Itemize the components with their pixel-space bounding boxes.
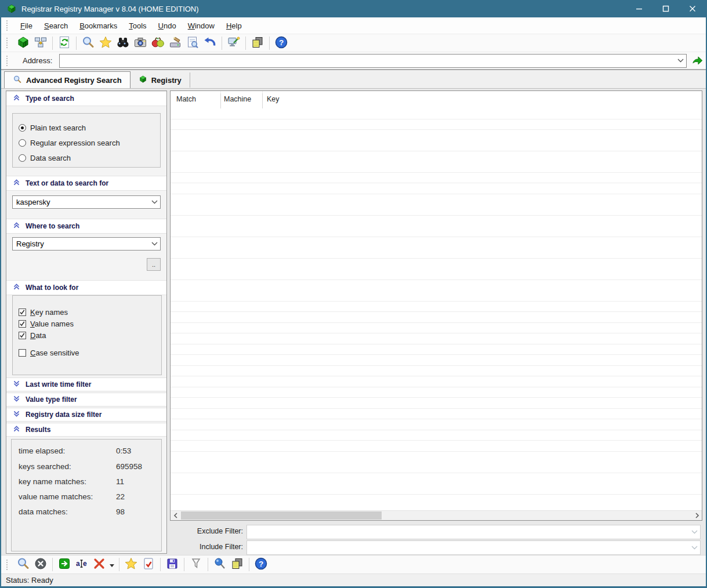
menu-file[interactable]: File	[14, 19, 38, 32]
collapse-chevron-icon[interactable]	[13, 179, 20, 188]
cleanup-button[interactable]	[166, 35, 184, 51]
include-filter-row: Include Filter:	[170, 540, 702, 555]
address-go-button[interactable]	[690, 53, 706, 68]
radio-button-icon[interactable]	[19, 154, 26, 162]
include-filter-combobox[interactable]	[246, 540, 701, 555]
menu-help[interactable]: Help	[220, 19, 248, 32]
registry-cube-button[interactable]	[14, 35, 32, 51]
tab-advanced-registry-search[interactable]: Advanced Registry Search	[4, 71, 130, 88]
section-header-last-write-time-filter[interactable]: Last write time filter	[6, 378, 166, 391]
search-toolbar-gripper[interactable]	[6, 558, 9, 571]
search-text-input[interactable]	[13, 196, 160, 208]
search-text-combobox[interactable]	[12, 195, 161, 209]
expand-chevron-icon[interactable]	[13, 395, 20, 404]
snapshot-button[interactable]	[132, 35, 149, 51]
address-input[interactable]	[60, 55, 686, 67]
address-combobox[interactable]	[59, 54, 687, 68]
collapse-chevron-icon[interactable]	[13, 94, 20, 103]
help-button-bottom[interactable]: ?	[252, 557, 270, 573]
where-dropdown-button[interactable]	[148, 238, 160, 250]
collapse-chevron-icon[interactable]	[13, 425, 20, 434]
pin-results-button[interactable]	[211, 557, 229, 573]
radio-button-icon[interactable]	[19, 124, 26, 132]
radio-regular-expression-search[interactable]: Regular expression search	[19, 138, 120, 147]
section-header-what-to-look-for[interactable]: What to look for	[6, 280, 166, 295]
include-filter-input[interactable]	[247, 541, 700, 554]
menu-undo[interactable]: Undo	[153, 19, 182, 32]
remote-registry-button[interactable]	[225, 35, 242, 51]
exclude-filter-input[interactable]	[247, 525, 700, 539]
section-header-where-to-search[interactable]: Where to search	[6, 219, 166, 234]
favorites-button[interactable]	[97, 35, 114, 51]
validate-results-button[interactable]	[140, 557, 157, 573]
radio-button-icon[interactable]	[19, 139, 26, 147]
find-button[interactable]	[114, 35, 132, 51]
include-filter-dropdown-button[interactable]	[688, 541, 700, 554]
menu-bookmarks[interactable]: Bookmarks	[74, 19, 123, 32]
checkbox-icon[interactable]	[19, 349, 26, 357]
search-button[interactable]	[79, 35, 97, 51]
checkbox-icon[interactable]	[19, 332, 26, 339]
rename-button[interactable]: ae	[73, 557, 90, 573]
section-header-text-to-search[interactable]: Text or data to search for	[6, 176, 166, 191]
help-button[interactable]: ?	[273, 35, 290, 51]
results-table-body[interactable]	[171, 108, 702, 510]
section-header-results[interactable]: Results	[6, 423, 166, 437]
refresh-button[interactable]	[56, 35, 73, 51]
where-to-search-combobox[interactable]	[12, 237, 161, 251]
column-header-match[interactable]: Match	[176, 95, 196, 103]
radio-plain-text-search[interactable]: Plain text search	[19, 123, 86, 132]
section-header-type-of-search[interactable]: Type of search	[6, 91, 166, 106]
menubar-gripper[interactable]	[6, 19, 9, 32]
minimize-button[interactable]	[626, 0, 652, 17]
column-header-key[interactable]: Key	[267, 95, 280, 103]
where-to-search-input[interactable]	[13, 238, 160, 250]
checkbox-value-names[interactable]: Value names	[19, 319, 74, 328]
scroll-right-button[interactable]	[692, 511, 702, 520]
network-connections-button[interactable]	[32, 35, 49, 51]
menu-tools[interactable]: Tools	[123, 19, 152, 32]
collapse-chevron-icon[interactable]	[13, 222, 20, 231]
add-favorite-button[interactable]	[122, 557, 140, 573]
radio-data-search[interactable]: Data search	[19, 153, 71, 162]
checkbox-key-names[interactable]: Key names	[19, 307, 68, 317]
preview-button[interactable]	[184, 35, 201, 51]
scrollbar-thumb[interactable]	[181, 511, 382, 520]
expand-chevron-icon[interactable]	[13, 380, 20, 389]
close-button[interactable]	[679, 0, 706, 17]
addressbar-gripper[interactable]	[6, 55, 9, 67]
checkbox-icon[interactable]	[19, 308, 26, 316]
browse-button[interactable]: ..	[147, 258, 161, 271]
checkbox-data[interactable]: Data	[19, 331, 46, 340]
copy-results-button[interactable]	[229, 557, 246, 573]
section-header-registry-data-size-filter[interactable]: Registry data size filter	[6, 408, 166, 422]
delete-button[interactable]	[90, 557, 108, 573]
toolbar-gripper[interactable]	[6, 37, 9, 49]
stop-search-button[interactable]	[32, 557, 49, 573]
menu-search[interactable]: Search	[38, 19, 74, 32]
tab-registry[interactable]: Registry	[130, 72, 190, 88]
search-text-dropdown-button[interactable]	[148, 196, 160, 208]
delete-dropdown-button[interactable]	[108, 557, 116, 573]
collapse-chevron-icon[interactable]	[13, 283, 20, 292]
copy-button[interactable]	[249, 35, 266, 51]
save-results-button[interactable]	[164, 557, 181, 573]
checkbox-case-sensitive[interactable]: Case sensitive	[19, 348, 79, 357]
horizontal-scrollbar[interactable]	[171, 510, 702, 520]
start-search-button[interactable]	[14, 557, 32, 573]
section-title: Last write time filter	[26, 380, 91, 389]
column-header-machine[interactable]: Machine	[224, 95, 251, 103]
scroll-left-button[interactable]	[171, 511, 180, 520]
expand-chevron-icon[interactable]	[13, 410, 20, 419]
exclude-filter-combobox[interactable]	[246, 525, 701, 539]
goto-match-button[interactable]	[56, 557, 73, 573]
compare-button[interactable]	[149, 35, 166, 51]
menu-window[interactable]: Window	[182, 19, 220, 32]
section-header-value-type-filter[interactable]: Value type filter	[6, 393, 166, 406]
address-dropdown-button[interactable]	[675, 55, 686, 67]
undo-button[interactable]	[201, 35, 219, 51]
exclude-filter-dropdown-button[interactable]	[688, 525, 700, 539]
checkbox-icon[interactable]	[19, 320, 26, 328]
filter-results-button[interactable]	[187, 557, 205, 573]
maximize-button[interactable]	[652, 0, 679, 17]
